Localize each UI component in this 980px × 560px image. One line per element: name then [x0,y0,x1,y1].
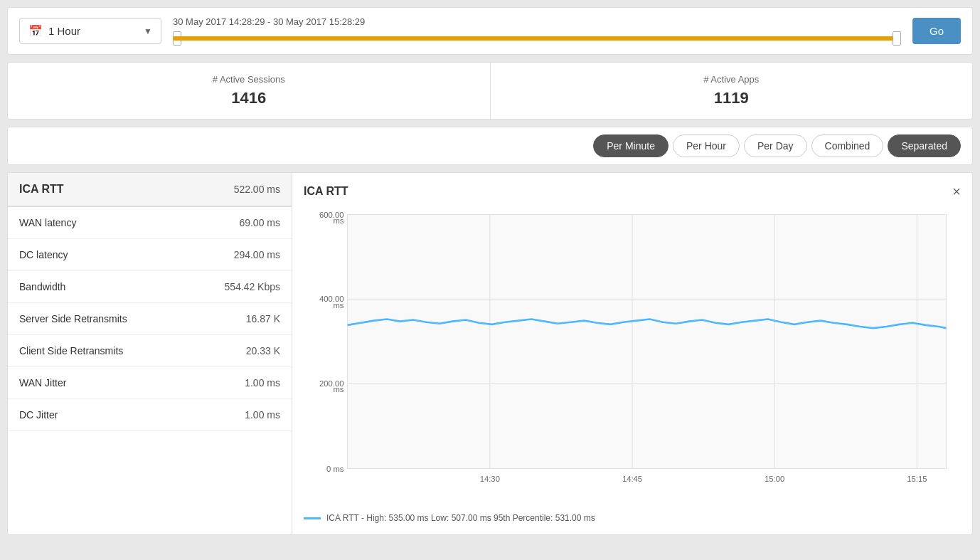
metric-value-client-retransmits: 20.33 K [246,345,280,356]
metric-row-wan-jitter: WAN Jitter 1.00 ms [8,367,292,399]
close-button[interactable]: × [952,184,961,199]
chart-title: ICA RTT [304,185,348,198]
time-selector[interactable]: 📅 1 Hour ▼ [19,18,161,44]
metric-value-wan-latency: 69.00 ms [239,217,280,228]
time-range-area: 30 May 2017 14:28:29 - 30 May 2017 15:28… [173,16,901,46]
calendar-icon: 📅 [28,24,43,38]
svg-rect-0 [348,215,947,469]
btn-per-hour[interactable]: Per Hour [673,134,740,157]
metric-row-client-retransmits: Client Side Retransmits 20.33 K [8,335,292,367]
app-container: 📅 1 Hour ▼ 30 May 2017 14:28:29 - 30 May… [0,0,980,560]
svg-text:ms: ms [333,385,343,393]
btn-per-day[interactable]: Per Day [744,134,807,157]
main-content: ICA RTT 522.00 ms WAN latency 69.00 ms D… [7,172,973,535]
btn-separated[interactable]: Separated [888,134,961,157]
svg-text:ms: ms [333,301,343,310]
metric-name-bandwidth: Bandwidth [19,281,224,292]
metric-row-wan-latency: WAN latency 69.00 ms [8,207,292,239]
metric-row-server-retransmits: Server Side Retransmits 16.87 K [8,303,292,335]
chart-legend-text: ICA RTT - High: 535.00 ms Low: 507.00 ms… [326,513,595,523]
chart-header: ICA RTT × [304,184,961,199]
metric-value-ica-rtt: 522.00 ms [234,184,280,195]
svg-text:ms: ms [333,216,343,225]
time-selector-label: 1 Hour [48,25,138,37]
slider-track [173,36,901,41]
metric-value-bandwidth: 554.42 Kbps [224,281,280,292]
metric-value-dc-latency: 294.00 ms [234,249,280,260]
chart-panel: ICA RTT × [292,173,972,534]
slider-handle-right[interactable] [893,31,901,46]
btn-combined[interactable]: Combined [811,134,884,157]
metric-row-bandwidth: Bandwidth 554.42 Kbps [8,271,292,303]
stats-row: # Active Sessions 1416 # Active Apps 111… [7,62,973,120]
stat-active-apps-value: 1119 [502,89,962,107]
stat-active-sessions: # Active Sessions 1416 [8,63,491,119]
svg-text:14:30: 14:30 [480,475,500,483]
chart-legend: ICA RTT - High: 535.00 ms Low: 507.00 ms… [304,513,961,523]
metric-value-dc-jitter: 1.00 ms [245,409,280,421]
metric-name-dc-jitter: DC Jitter [19,409,245,421]
chevron-down-icon: ▼ [144,26,152,36]
metric-name-dc-latency: DC latency [19,249,234,260]
svg-text:14:45: 14:45 [622,475,642,483]
chart-svg: 600.00 ms 400.00 ms 200.00 ms 0 ms 14:30… [304,207,961,506]
metric-row-ica-rtt: ICA RTT 522.00 ms [8,173,292,207]
chart-area: 600.00 ms 400.00 ms 200.00 ms 0 ms 14:30… [304,207,961,506]
time-range-label: 30 May 2017 14:28:29 - 30 May 2017 15:28… [173,16,901,27]
top-bar: 📅 1 Hour ▼ 30 May 2017 14:28:29 - 30 May… [7,7,973,55]
metric-name-client-retransmits: Client Side Retransmits [19,345,246,356]
metric-name-wan-jitter: WAN Jitter [19,377,245,389]
legend-line-icon [304,517,321,519]
svg-text:15:15: 15:15 [907,475,927,483]
time-slider[interactable] [173,31,901,46]
stat-active-apps: # Active Apps 1119 [491,63,973,119]
metric-name-ica-rtt: ICA RTT [19,183,234,196]
metric-row-dc-jitter: DC Jitter 1.00 ms [8,399,292,431]
go-button[interactable]: Go [912,18,961,44]
stat-active-sessions-label: # Active Sessions [19,74,479,85]
stat-active-apps-label: # Active Apps [502,74,962,85]
stat-active-sessions-value: 1416 [19,89,479,107]
btn-per-minute[interactable]: Per Minute [593,134,669,157]
metric-name-wan-latency: WAN latency [19,217,239,228]
svg-text:15:00: 15:00 [765,475,784,483]
metrics-panel: ICA RTT 522.00 ms WAN latency 69.00 ms D… [8,173,292,534]
metric-name-server-retransmits: Server Side Retransmits [19,313,246,324]
svg-text:0 ms: 0 ms [326,465,344,473]
toolbar-row: Per Minute Per Hour Per Day Combined Sep… [7,127,973,165]
metric-row-dc-latency: DC latency 294.00 ms [8,239,292,271]
metric-value-server-retransmits: 16.87 K [246,313,280,324]
metric-value-wan-jitter: 1.00 ms [245,377,280,389]
